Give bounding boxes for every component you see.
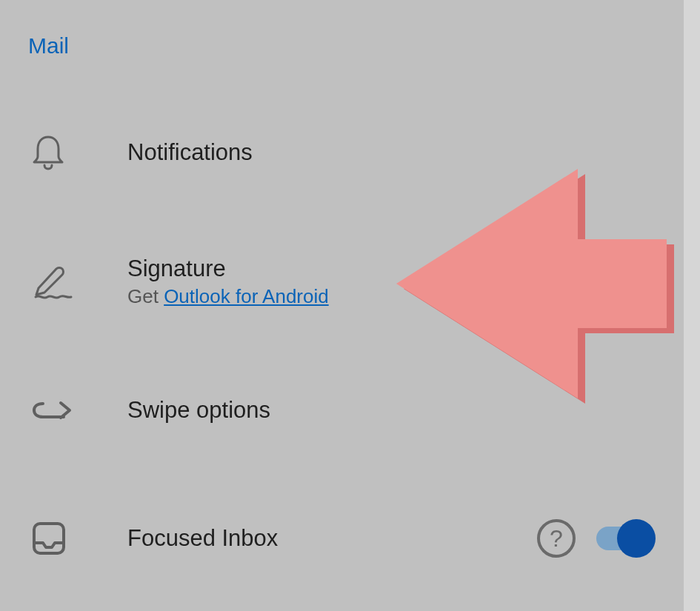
outlook-android-link[interactable]: Outlook for Android xyxy=(164,285,329,307)
help-glyph: ? xyxy=(550,525,563,552)
scrollbar-track[interactable] xyxy=(684,0,700,611)
section-header-mail: Mail xyxy=(28,33,69,59)
focused-inbox-label: Focused Inbox xyxy=(127,525,278,552)
swipe-icon xyxy=(31,399,74,421)
row-notifications[interactable]: Notifications xyxy=(0,129,684,176)
signature-subtitle-prefix: Get xyxy=(127,285,164,307)
notifications-label: Notifications xyxy=(127,139,253,166)
row-swipe-options[interactable]: Swipe options xyxy=(0,387,684,434)
signature-subtitle: Get Outlook for Android xyxy=(127,285,329,308)
help-icon[interactable]: ? xyxy=(537,519,576,558)
bell-icon xyxy=(31,134,65,171)
inbox-icon xyxy=(31,521,67,556)
focused-inbox-toggle[interactable] xyxy=(596,527,654,550)
row-focused-inbox[interactable]: Focused Inbox ? xyxy=(0,515,684,562)
swipe-options-label: Swipe options xyxy=(127,397,270,424)
row-signature[interactable]: Signature Get Outlook for Android xyxy=(0,252,684,311)
signature-label: Signature xyxy=(127,256,329,282)
toggle-thumb xyxy=(617,519,656,558)
signature-icon xyxy=(31,263,73,300)
